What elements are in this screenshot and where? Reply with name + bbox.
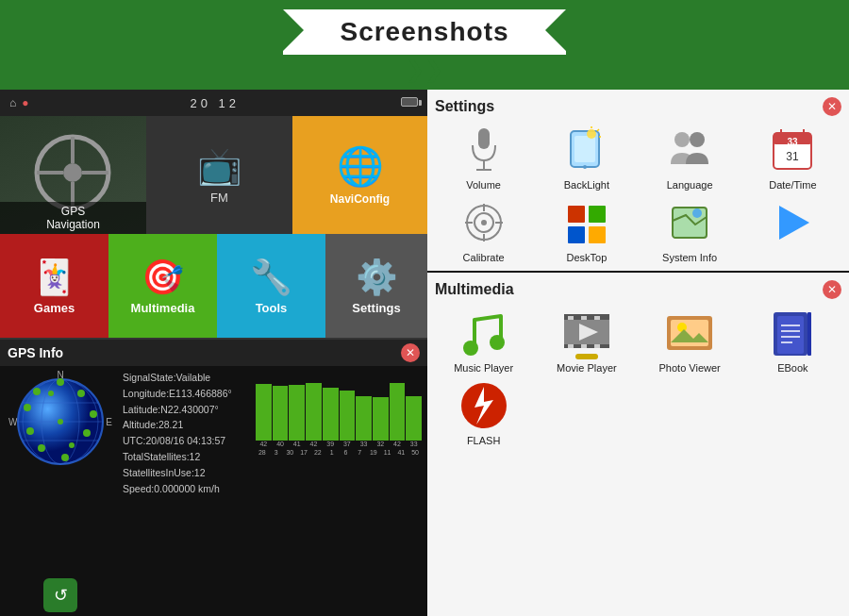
chart-label: 41	[395, 449, 408, 456]
chart-label: 32	[373, 441, 389, 447]
gps-globe-area: N W E	[4, 370, 117, 612]
sysinfo-label: System Info	[662, 252, 717, 263]
chart-label: 33	[406, 441, 422, 447]
settings-item-video[interactable]	[744, 196, 841, 263]
gps-latitude: Latitude:N22.430007°	[123, 402, 248, 418]
svg-rect-68	[575, 354, 598, 359]
svg-point-44	[481, 220, 487, 225]
movie-player-icon	[558, 307, 615, 358]
chart-bar	[273, 386, 289, 441]
settings-cell[interactable]: ⚙️ Settings	[325, 234, 427, 338]
svg-point-18	[61, 454, 69, 461]
svg-point-34	[674, 132, 690, 147]
gps-longitude: Longitude:E113.466886°	[123, 386, 248, 402]
chart-bar	[406, 396, 422, 441]
photo-viewer-label: Photo Viewer	[659, 362, 721, 374]
svg-point-35	[690, 132, 705, 147]
settings-item-backlight[interactable]: BackLight	[538, 124, 635, 191]
device-topbar: ⌂ ● 20 12	[0, 90, 427, 116]
settings-item-desktop[interactable]: DeskTop	[538, 196, 635, 263]
left-panel: ⌂ ● 20 12	[0, 90, 427, 616]
svg-rect-28	[574, 136, 595, 162]
multimedia-close-button[interactable]: ✕	[823, 280, 841, 299]
multimedia-title-bar: Multimedia ✕	[435, 280, 841, 299]
chart-label: 37	[340, 441, 356, 447]
svg-rect-49	[568, 206, 585, 223]
flash-label: FLASH	[467, 435, 500, 446]
app-grid-bottom: 🃏 Games 🎯 Multimedia 🔧 Tools ⚙️ Settings	[0, 234, 427, 338]
backlight-icon	[558, 124, 615, 175]
desktop-icon	[558, 196, 615, 248]
settings-section: Settings ✕ Volume	[427, 90, 849, 271]
svg-text:33: 33	[788, 137, 799, 147]
gps-total-satellites: TotalStatellites:12	[123, 449, 248, 465]
games-cell[interactable]: 🃏 Games	[0, 234, 108, 338]
multimedia-item-ebook[interactable]: EBook	[744, 307, 841, 374]
chart-label: 11	[381, 449, 394, 456]
sysinfo-icon	[661, 196, 718, 248]
settings-item-calibrate[interactable]: Calibrate	[435, 196, 532, 263]
chart-label: 42	[256, 441, 272, 447]
chart-label: 42	[306, 441, 322, 447]
multimedia-cell[interactable]: 🎯 Multimedia	[108, 234, 217, 338]
naviconfig-icon: 🌐	[337, 144, 384, 189]
svg-point-15	[77, 390, 85, 397]
chart-bar	[373, 397, 389, 441]
gps-speed: Speed:0.000000 km/h	[123, 481, 248, 497]
home-icon[interactable]: ⌂	[9, 96, 16, 109]
settings-close-button[interactable]: ✕	[823, 97, 841, 116]
svg-rect-65	[581, 344, 587, 348]
multimedia-item-flash[interactable]: FLASH	[435, 379, 532, 446]
header: Screenshots ❯❯	[0, 0, 849, 90]
settings-item-volume[interactable]: Volume	[435, 124, 532, 191]
app-grid-top: GPSNavigation 📺 FM 🌐 NaviConfig	[0, 116, 427, 234]
settings-item-datetime[interactable]: 33 31 Date/Time	[744, 124, 841, 191]
gps-navigation-cell[interactable]: GPSNavigation	[0, 116, 146, 234]
multimedia-item-movie[interactable]: Movie Player	[538, 307, 635, 374]
svg-marker-55	[779, 206, 809, 240]
crosshair-icon	[463, 202, 505, 243]
svg-text:31: 31	[787, 150, 800, 163]
calibrate-icon	[456, 196, 512, 248]
right-panel: Settings ✕ Volume	[427, 90, 849, 616]
flash-icon	[456, 379, 512, 431]
gps-info-content: N W E	[0, 366, 427, 616]
gps-info-header: GPS Info ✕	[0, 338, 427, 366]
settings-item-language[interactable]: Language	[641, 124, 739, 191]
svg-rect-61	[568, 316, 574, 320]
gps-navigation-label: GPSNavigation	[0, 202, 146, 234]
svg-point-21	[48, 391, 54, 396]
language-icon	[661, 124, 718, 175]
multimedia-item-photo[interactable]: Photo Viewer	[641, 307, 739, 374]
multimedia-grid: Music Player	[435, 307, 841, 446]
chart-top-labels: 42 40 41 42 39 37 33 32 42 33	[254, 441, 424, 447]
gps-info-close-button[interactable]: ✕	[401, 343, 420, 362]
desktop-label: DeskTop	[566, 252, 607, 263]
settings-item-sysinfo[interactable]: System Info	[641, 196, 739, 263]
chart-label: 19	[367, 449, 380, 456]
chart-label: 41	[289, 441, 305, 447]
photo-viewer-icon	[661, 307, 718, 358]
svg-point-57	[490, 335, 505, 350]
svg-point-13	[24, 404, 31, 411]
tools-label: Tools	[256, 301, 288, 315]
play-triangle-icon	[772, 202, 813, 243]
svg-rect-74	[777, 316, 804, 354]
main-content: ⌂ ● 20 12	[0, 90, 849, 616]
flash-logo-icon	[458, 379, 510, 432]
play-icon	[764, 196, 821, 248]
ebook-label: EBook	[777, 362, 807, 374]
chart-bar	[256, 384, 272, 441]
chart-label: 33	[356, 441, 372, 447]
multimedia-item-music[interactable]: Music Player	[435, 307, 532, 374]
svg-point-1	[63, 163, 82, 182]
tools-cell[interactable]: 🔧 Tools	[217, 234, 325, 338]
naviconfig-cell[interactable]: 🌐 NaviConfig	[292, 116, 427, 234]
gps-refresh-button[interactable]: ↺	[43, 578, 77, 612]
svg-point-22	[69, 442, 75, 448]
svg-point-56	[463, 341, 478, 356]
battery-icon	[401, 97, 418, 107]
fm-cell[interactable]: 📺 FM	[146, 116, 292, 234]
datetime-label: Date/Time	[769, 179, 816, 191]
multimedia-section: Multimedia ✕ Music Player	[427, 271, 849, 616]
